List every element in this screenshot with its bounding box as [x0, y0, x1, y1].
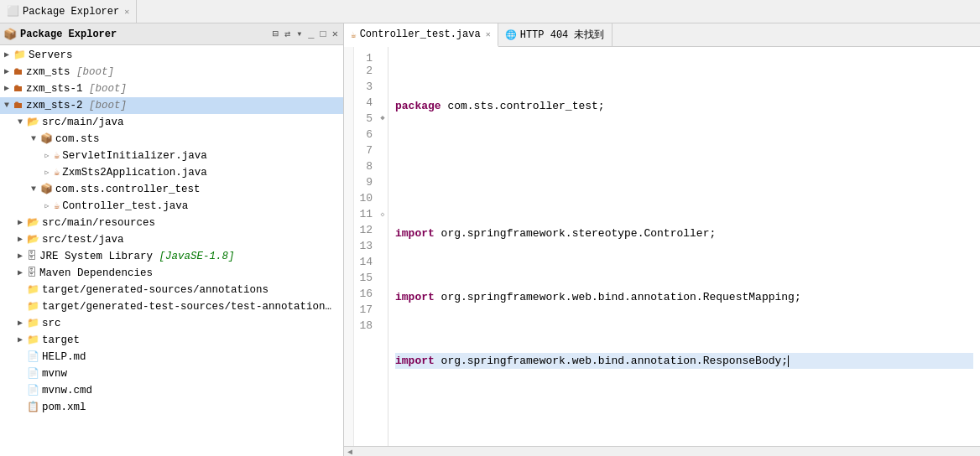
fold-indicator [378, 302, 388, 318]
minimize-icon[interactable]: _ [306, 28, 315, 41]
code-text: org.springframework.web.bind.annotation.… [435, 353, 789, 369]
keyword: import [395, 225, 435, 241]
tree-item-zxm-app[interactable]: ▷ ☕ ZxmSts2Application.java [0, 164, 343, 181]
tree-item-servlet-init[interactable]: ▷ ☕ ServletInitializer.java [0, 148, 343, 164]
link-editor-icon[interactable]: ⇄ [283, 27, 292, 41]
src-folder-icon: 📂 [27, 115, 39, 130]
tree-item-src-dir[interactable]: ▶ 📁 src [0, 315, 343, 332]
line-num: 16 [354, 286, 378, 302]
breakpoint-margin [344, 47, 354, 446]
java-file-icon: ☕ [54, 165, 60, 180]
tree-item-maven[interactable]: ▶ 🗄 Maven Dependencies [0, 265, 343, 282]
tree-item-servers[interactable]: ▶ 📁 Servers [0, 47, 343, 64]
folder-icon: 📁 [27, 333, 39, 348]
line-num: 18 [354, 318, 378, 334]
expand-icon: ▶ [0, 65, 13, 80]
fold-indicator [378, 174, 388, 190]
tree-item-com-sts[interactable]: ▼ 📦 com.sts [0, 131, 343, 148]
keyword: import [395, 289, 435, 305]
library-icon: 🗄 [27, 266, 37, 281]
close-icon[interactable]: ✕ [124, 7, 129, 17]
item-label: target/generated-test-sources/test-annot… [42, 299, 331, 314]
line-num: 15 [354, 270, 378, 286]
fold-indicator [378, 95, 388, 111]
expand-icon: ▶ [0, 48, 13, 63]
library-icon: 🗄 [27, 249, 37, 264]
keyword: import [395, 353, 435, 369]
fold-indicator [378, 254, 388, 270]
menu-icon[interactable]: ▾ [295, 27, 304, 41]
scroll-left-icon[interactable]: ◀ [347, 447, 352, 457]
tree-item-target-gen-test[interactable]: ▷ 📁 target/generated-test-sources/test-a… [0, 298, 343, 315]
line-number-row: 6 [354, 127, 388, 142]
item-label: src/main/resources [42, 215, 155, 231]
package-icon: 📦 [40, 182, 53, 197]
tree-item-src-main-java[interactable]: ▼ 📂 src/main/java [0, 114, 343, 131]
tree-item-src-test[interactable]: ▶ 📂 src/test/java [0, 231, 343, 248]
collapse-all-icon[interactable]: ⊟ [271, 27, 280, 41]
line-number-row: 7 [354, 142, 388, 158]
tree-item-zxm-sts-2[interactable]: ▼ 🖿 zxm_sts-2 [boot] [0, 97, 343, 114]
tree-item-pom-xml[interactable]: ▷ 📋 pom.xml [0, 399, 343, 416]
tree-item-com-sts-ctrl[interactable]: ▼ 📦 com.sts.controller_test [0, 181, 343, 198]
fold-indicator [378, 190, 388, 206]
item-label: mvnw.cmd [42, 383, 92, 398]
line-num: 1 [354, 50, 378, 63]
tab-http404[interactable]: 🌐 HTTP 404 未找到 [498, 23, 612, 46]
expand-icon: ▶ [13, 232, 27, 247]
line-num: 17 [354, 302, 378, 318]
tab-controller-test[interactable]: ☕ Controller_test.java ✕ [344, 23, 498, 47]
code-area[interactable]: 1 2 3 4 5 ◆ [344, 47, 980, 446]
item-label: mvnw [42, 366, 67, 381]
item-label: zxm_sts-2 [boot] [26, 98, 127, 113]
fold-indicator [378, 318, 388, 334]
tree-item-ctrl-test[interactable]: ▷ ☕ Controller_test.java [0, 198, 343, 215]
expand-icon: ▶ [13, 266, 27, 281]
tab-package-explorer[interactable]: ⬜ Package Explorer ✕ [0, 0, 137, 23]
tree-item-mvnw-cmd[interactable]: ▷ 📄 mvnw.cmd [0, 382, 343, 399]
close-panel-icon[interactable]: ✕ [331, 27, 340, 41]
code-text: com.sts.controller_test; [441, 98, 605, 114]
tab-label: Controller_test.java [360, 28, 481, 40]
line-number-row: 9 [354, 174, 388, 190]
project-icon: 🖿 [13, 98, 23, 113]
line-num: 10 [354, 190, 378, 206]
tab-bar: ⬜ Package Explorer ✕ [0, 0, 980, 23]
project-icon: 🖿 [13, 65, 23, 80]
item-label: HELP.md [42, 350, 86, 365]
tree-item-help-md[interactable]: ▷ 📄 HELP.md [0, 349, 343, 365]
tree-item-src-main-res[interactable]: ▶ 📂 src/main/resources [0, 215, 343, 231]
code-line-2 [395, 162, 973, 178]
line-num: 5 [354, 111, 378, 127]
folder-icon: 📁 [27, 316, 39, 331]
line-number-row: 15 [354, 270, 388, 286]
horizontal-scrollbar[interactable]: ◀ [344, 446, 980, 456]
close-tab-icon[interactable]: ✕ [486, 29, 491, 39]
line-num: 9 [354, 174, 378, 190]
tree-item-jre[interactable]: ▶ 🗄 JRE System Library [JavaSE-1.8] [0, 248, 343, 265]
java-file-tab-icon: ☕ [351, 29, 357, 40]
line-num: 6 [354, 127, 378, 142]
fold-indicator [378, 222, 388, 238]
maximize-icon[interactable]: □ [319, 28, 328, 41]
tree-item-target-gen-src[interactable]: ▷ 📁 target/generated-sources/annotations [0, 282, 343, 298]
code-content[interactable]: package com.sts.controller_test; import … [388, 47, 980, 446]
file-icon: 📄 [27, 366, 39, 381]
folder-icon: 📁 [27, 299, 39, 314]
tree-item-target-dir[interactable]: ▶ 📁 target [0, 332, 343, 349]
code-line-3: import org.springframework.stereotype.Co… [395, 225, 973, 241]
line-num: 14 [354, 254, 378, 270]
file-icon: 📄 [27, 383, 39, 398]
tree-item-mvnw[interactable]: ▷ 📄 mvnw [0, 365, 343, 382]
tree-item-zxm-sts-1[interactable]: ▶ 🖿 zxm_sts-1 [boot] [0, 80, 343, 97]
expand-icon: ▼ [13, 115, 27, 130]
item-label: target [42, 333, 80, 348]
http-icon: 🌐 [505, 29, 517, 40]
item-label: JRE System Library [JavaSE-1.8] [39, 249, 235, 264]
line-number-row: 14 [354, 254, 388, 270]
expand-icon: ▼ [0, 98, 13, 113]
item-label: src/test/java [42, 232, 124, 247]
item-label: zxm_sts [boot] [26, 65, 114, 80]
tree-item-zxm-sts[interactable]: ▶ 🖿 zxm_sts [boot] [0, 64, 343, 80]
item-label: zxm_sts-1 [boot] [26, 81, 127, 96]
